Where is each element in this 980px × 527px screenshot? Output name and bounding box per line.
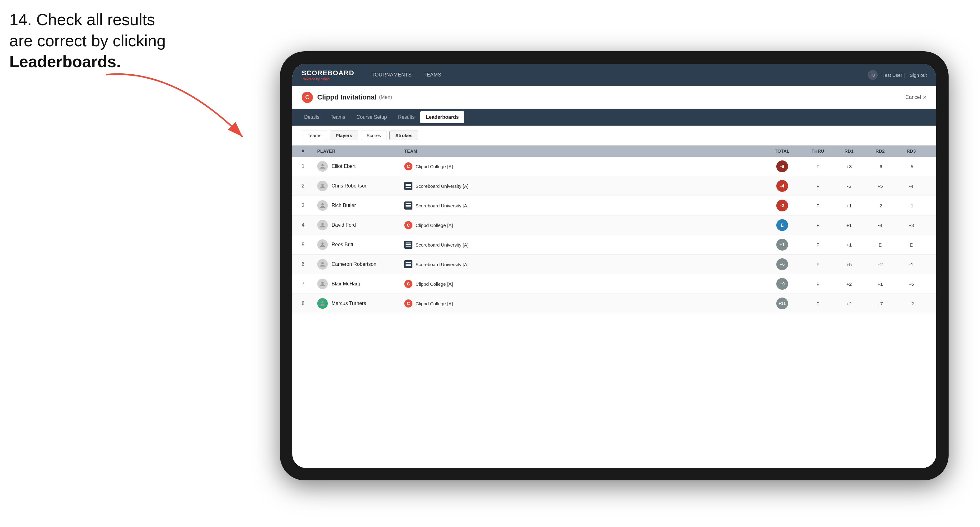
row-rd3: -5: [896, 164, 927, 169]
row-num: 7: [302, 281, 317, 287]
filter-players[interactable]: Players: [330, 130, 358, 140]
row-num: 3: [302, 203, 317, 208]
avatar: [317, 220, 328, 230]
nav-tournaments[interactable]: TOURNAMENTS: [367, 70, 417, 80]
row-player: Rees Britt: [317, 240, 404, 250]
row-thru: F: [802, 262, 834, 267]
row-player: Blair McHarg: [317, 279, 404, 289]
table-body: 1 Elliot Ebert C Clippd College [A] -8 F…: [292, 157, 936, 313]
col-header-rd2: RD2: [865, 149, 896, 154]
score-badge: +9: [776, 278, 788, 290]
row-num: 2: [302, 183, 317, 189]
row-rd2: +5: [865, 183, 896, 189]
avatar: [317, 200, 328, 211]
tournament-icon: C: [302, 92, 313, 103]
tab-teams[interactable]: Teams: [325, 111, 351, 123]
row-team: Scoreboard University [A]: [404, 182, 762, 190]
team-icon-scoreboard: [404, 241, 412, 249]
table-row: 4 David Ford C Clippd College [A] E F +1…: [292, 216, 936, 235]
row-rd3: E: [896, 242, 927, 248]
svg-point-1: [321, 164, 323, 166]
signout-link[interactable]: Sign out: [910, 73, 927, 78]
leaderboard-table: # PLAYER TEAM TOTAL THRU RD1 RD2 RD3 1 E…: [292, 146, 936, 468]
row-total: +11: [762, 298, 802, 310]
row-thru: F: [802, 203, 834, 208]
team-icon-scoreboard: [404, 182, 412, 190]
row-rd1: +1: [834, 242, 865, 248]
row-rd2: E: [865, 242, 896, 248]
team-icon-scoreboard: [404, 260, 412, 268]
main-content: C Clippd Invitational (Men) Cancel ✕ Det…: [292, 86, 936, 468]
avatar: [317, 181, 328, 191]
avatar: [317, 259, 328, 270]
row-num: 5: [302, 242, 317, 248]
score-badge: +11: [776, 298, 788, 310]
avatar: [317, 240, 328, 250]
svg-point-6: [321, 262, 323, 264]
row-rd3: -4: [896, 183, 927, 189]
svg-point-7: [321, 282, 323, 284]
row-rd2: +2: [865, 262, 896, 267]
logo-text: SCOREBOARD: [302, 69, 354, 77]
score-badge: E: [776, 219, 788, 231]
col-header-team: TEAM: [404, 149, 762, 154]
col-header-thru: THRU: [802, 149, 834, 154]
table-row: 2 Chris Robertson Scoreboard University …: [292, 176, 936, 196]
logo-area: SCOREBOARD Powered by clippd: [302, 69, 354, 81]
nav-teams[interactable]: TEAMS: [418, 70, 447, 80]
svg-point-3: [321, 203, 323, 205]
instruction-text: 14. Check all results are correct by cli…: [10, 10, 166, 73]
svg-point-5: [321, 243, 323, 245]
row-team: Scoreboard University [A]: [404, 260, 762, 268]
tab-details[interactable]: Details: [299, 111, 325, 123]
row-rd2: -6: [865, 164, 896, 169]
score-badge: +1: [776, 239, 788, 251]
tab-results[interactable]: Results: [393, 111, 420, 123]
row-player: Chris Robertson: [317, 181, 404, 191]
instruction-line1: 14. Check all results: [10, 11, 155, 29]
table-row: 8 Marcus Turners C Clippd College [A] +1…: [292, 294, 936, 313]
tab-course-setup[interactable]: Course Setup: [351, 111, 393, 123]
row-thru: F: [802, 281, 834, 287]
svg-point-8: [321, 301, 323, 303]
table-row: 5 Rees Britt Scoreboard University [A] +…: [292, 235, 936, 255]
row-thru: F: [802, 242, 834, 248]
row-rd2: -2: [865, 203, 896, 208]
row-player: Marcus Turners: [317, 298, 404, 309]
row-rd3: -1: [896, 203, 927, 208]
table-header: # PLAYER TEAM TOTAL THRU RD1 RD2 RD3: [292, 146, 936, 157]
team-icon-clippd: C: [404, 299, 412, 308]
col-header-num: #: [302, 149, 317, 154]
row-rd1: +2: [834, 281, 865, 287]
filter-scores[interactable]: Scores: [361, 130, 387, 140]
row-rd3: -1: [896, 262, 927, 267]
row-thru: F: [802, 301, 834, 306]
score-badge: -2: [776, 200, 788, 211]
row-rd1: +5: [834, 262, 865, 267]
filter-strokes[interactable]: Strokes: [390, 130, 418, 140]
row-thru: F: [802, 183, 834, 189]
row-total: +1: [762, 239, 802, 251]
row-num: 1: [302, 163, 317, 169]
row-total: E: [762, 219, 802, 231]
team-icon-scoreboard: [404, 202, 412, 210]
row-total: -8: [762, 160, 802, 172]
col-header-rd3: RD3: [896, 149, 927, 154]
tournament-title: Clippd Invitational: [317, 93, 377, 102]
team-icon-clippd: C: [404, 280, 412, 288]
row-team: C Clippd College [A]: [404, 221, 762, 229]
tournament-tag: (Men): [379, 95, 392, 100]
filter-bar: Teams Players Scores Strokes: [292, 125, 936, 146]
row-rd1: +1: [834, 222, 865, 228]
row-total: -2: [762, 200, 802, 211]
top-nav: SCOREBOARD Powered by clippd TOURNAMENTS…: [292, 64, 936, 86]
filter-teams[interactable]: Teams: [302, 130, 327, 140]
tab-leaderboards[interactable]: Leaderboards: [420, 111, 465, 123]
row-total: +6: [762, 259, 802, 270]
row-rd1: -5: [834, 183, 865, 189]
svg-point-4: [321, 223, 323, 225]
instruction-line2: are correct by clicking: [10, 32, 166, 50]
tablet-frame: SCOREBOARD Powered by clippd TOURNAMENTS…: [280, 51, 948, 480]
row-player: Cameron Robertson: [317, 259, 404, 270]
cancel-button[interactable]: Cancel ✕: [905, 95, 927, 100]
